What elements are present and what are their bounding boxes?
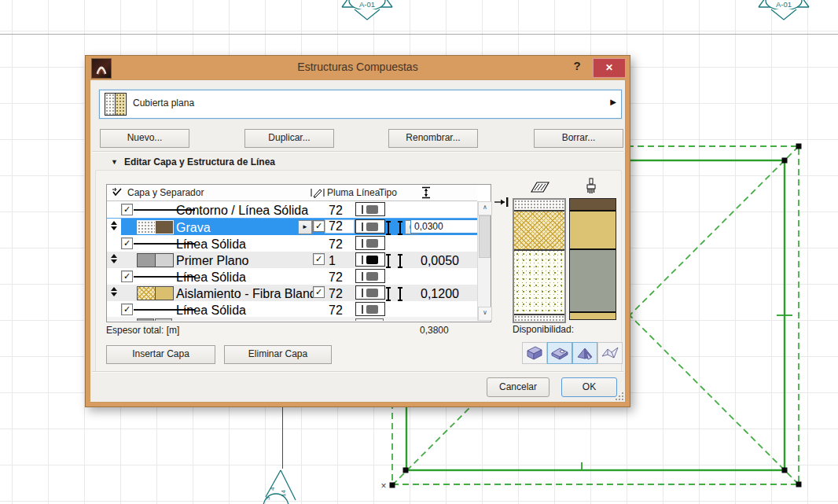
partial-next-row [107, 317, 477, 321]
separator [92, 151, 623, 153]
roof-tool-toggle[interactable] [572, 342, 597, 364]
preview-surface-tan [570, 212, 616, 248]
insert-layer-button[interactable]: Insertar Capa [106, 345, 215, 364]
pen-icon [311, 187, 325, 198]
pen-swatch[interactable] [355, 285, 385, 300]
material-name: Grava [176, 221, 211, 235]
composite-name: Cubierta plana [133, 97, 194, 109]
dialog-body: Cubierta plana ▶ Nuevo... Duplicar... Re… [90, 79, 626, 403]
preview-fill-bottom [514, 315, 564, 322]
collapse-icon: ▼ [111, 158, 118, 166]
pen-swatch[interactable] [355, 302, 385, 316]
layers-table: Capa y Separador Pluma Línea Tipo ✓ Cont… [106, 184, 491, 322]
pen-number-field[interactable]: 72 [325, 219, 355, 234]
svg-text:A-01: A-01 [776, 0, 792, 9]
fill-pattern-swatch[interactable] [137, 253, 156, 267]
remove-layer-button[interactable]: Eliminar Capa [224, 345, 332, 364]
thickness-input[interactable]: 0,0300 [410, 219, 478, 234]
visibility-checkbox[interactable]: ✓ [121, 304, 133, 315]
svg-text:A-01: A-01 [359, 0, 375, 9]
pen-swatch[interactable] [355, 219, 385, 234]
resize-grip[interactable] [614, 391, 623, 400]
close-icon: ✕ [605, 62, 613, 73]
table-row[interactable]: Aislamiento - Fibra Blanda ✓ 72 0,1200 [107, 285, 477, 301]
header-capa: Capa y Separador [127, 187, 204, 198]
shell-icon [601, 345, 619, 361]
surface-swatch[interactable] [155, 286, 174, 300]
table-row[interactable]: ✓ Línea Sólida 72 [107, 268, 477, 285]
pen-swatch[interactable] [355, 269, 385, 283]
fill-pattern-swatch[interactable] [137, 286, 156, 300]
line-type-icons[interactable] [386, 287, 402, 301]
line-type-icons[interactable] [386, 254, 402, 268]
pen-checkbox[interactable]: ✓ [313, 286, 325, 298]
line-type-icons[interactable] [386, 221, 402, 235]
separator-name: Contorno / Línea Sólida [176, 204, 308, 218]
table-scrollbar[interactable]: ∧ ∨ [477, 201, 491, 321]
surface-swatch[interactable] [155, 220, 174, 234]
wall-icon [525, 345, 544, 361]
svg-text:4: 4 [269, 487, 276, 491]
drag-handle-icon[interactable] [110, 287, 118, 296]
scroll-up-icon[interactable]: ∧ [478, 201, 492, 215]
table-row[interactable]: ✓ Línea Sólida 72 [107, 301, 477, 318]
preview-fill-aislamiento [514, 212, 564, 249]
cut-fill-icon [530, 180, 550, 194]
roof-icon [575, 345, 594, 361]
table-row[interactable]: ✓ Contorno / Línea Sólida 72 [107, 201, 477, 218]
preview-cut-fills[interactable] [513, 198, 566, 323]
section-header[interactable]: ▼Editar Capa y Estructura de Línea [111, 156, 275, 167]
dialog-titlebar[interactable]: Estructuras Compuestas ? ✕ [86, 56, 630, 79]
material-popup-button[interactable]: ► [298, 220, 312, 234]
visibility-checkbox[interactable]: ✓ [121, 270, 133, 282]
total-thickness-label: Espesor total: [m] [106, 325, 179, 336]
pen-number: 72 [329, 270, 343, 285]
bottom-section-marker[interactable]: 4 3 14 [263, 470, 296, 504]
drag-handle-icon[interactable] [110, 221, 118, 230]
new-button[interactable]: Nuevo... [100, 129, 189, 148]
reference-arrow-icon [494, 197, 511, 208]
table-row[interactable]: ✓ Línea Sólida 72 [107, 235, 477, 252]
visibility-checkbox[interactable]: ✓ [121, 204, 133, 215]
drag-handle-icon[interactable] [110, 254, 118, 263]
separator-name: Línea Sólida [176, 270, 246, 285]
archicad-workspace: × A-01 A-01 4 3 14 [0, 0, 838, 504]
table-row-selected[interactable]: Grava ► ✓ 72 ► 0,0300 [107, 218, 477, 236]
material-name: Aislamiento - Fibra Blanda [176, 287, 324, 301]
table-row[interactable]: Primer Plano ✓ 1 0,0050 [107, 252, 477, 268]
thickness-value: 0,0050 [421, 254, 459, 268]
cancel-button[interactable]: Cancelar [487, 377, 549, 397]
header-tipo: Tipo [379, 187, 397, 198]
ok-button[interactable]: OK [561, 377, 617, 397]
rename-button[interactable]: Renombrar... [388, 129, 478, 148]
filter-check-icon [112, 187, 124, 198]
separator [92, 371, 623, 373]
shell-tool-toggle[interactable] [597, 342, 623, 364]
pen-number: 72 [329, 237, 343, 252]
duplicate-button[interactable]: Duplicar... [244, 129, 334, 148]
separator-name: Línea Sólida [176, 237, 246, 252]
scroll-thumb[interactable] [479, 215, 491, 258]
help-button[interactable]: ? [570, 59, 584, 75]
close-button[interactable]: ✕ [593, 58, 626, 78]
slab-tool-toggle[interactable] [547, 342, 572, 364]
surface-swatch[interactable] [155, 253, 174, 267]
elevation-marker-right[interactable]: A-01 [759, 0, 809, 20]
preview-surface-brown [570, 199, 616, 210]
pen-checkbox[interactable]: ✓ [313, 220, 325, 232]
elevation-marker-left[interactable]: A-01 [342, 0, 392, 20]
composite-selector[interactable]: Cubierta plana ▶ [99, 90, 622, 119]
scroll-down-icon[interactable]: ∨ [478, 307, 492, 321]
visibility-checkbox[interactable]: ✓ [121, 237, 133, 249]
pen-swatch[interactable] [355, 252, 385, 267]
pen-swatch[interactable] [355, 202, 385, 216]
delete-button[interactable]: Borrar... [534, 129, 623, 148]
pen-number: 72 [329, 204, 343, 218]
preview-surfaces[interactable] [569, 198, 616, 320]
pen-swatch[interactable] [355, 236, 385, 250]
selector-expand-icon: ▶ [610, 97, 616, 106]
pen-checkbox[interactable]: ✓ [313, 253, 325, 265]
thickness-icon [421, 186, 431, 199]
fill-pattern-swatch[interactable] [137, 220, 156, 234]
wall-tool-toggle[interactable] [522, 342, 547, 364]
